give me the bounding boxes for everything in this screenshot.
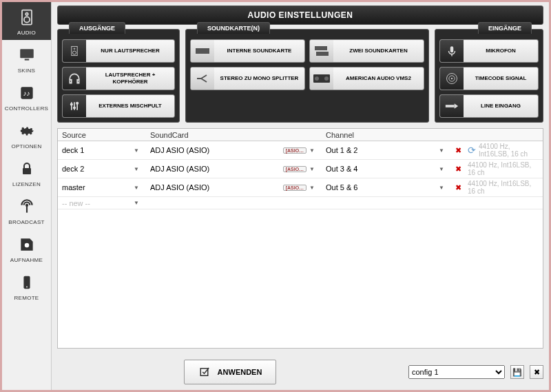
- sidebar-item-label: AUFNAHME: [10, 257, 43, 263]
- svg-point-7: [25, 205, 27, 206]
- speaker-icon: [63, 40, 86, 62]
- delete-icon: ✖: [534, 368, 540, 377]
- delete-config-button[interactable]: ✖: [530, 365, 543, 379]
- sidebar-item-controllers[interactable]: ♪♪ CONTROLLERS: [2, 78, 51, 116]
- sidebar-item-broadcast[interactable]: BROADCAST: [2, 192, 51, 229]
- new-row[interactable]: -- new --▼: [58, 197, 543, 209]
- svg-point-12: [74, 48, 75, 50]
- delete-row-button[interactable]: ✖: [451, 182, 464, 194]
- sidebar: AUDIO SKINS ♪♪ CONTROLLERS OPTIONEN LIZE…: [2, 2, 52, 390]
- svg-point-1: [25, 13, 28, 15]
- svg-point-20: [74, 107, 76, 109]
- source-select[interactable]: deck 1▼: [58, 145, 146, 156]
- soundcard-select[interactable]: ADJ ASIO (ASIO)[ASIO…▼: [146, 182, 322, 193]
- sidebar-item-label: LIZENZEN: [12, 181, 41, 187]
- row-info: 44100 Hz, Int16LSB, 16 ch: [464, 178, 543, 196]
- chevron-down-icon: ▼: [309, 166, 318, 172]
- asio-config-button[interactable]: [ASIO…: [283, 147, 306, 154]
- source-select[interactable]: master▼: [58, 182, 146, 193]
- col-source: Source: [58, 130, 146, 141]
- microphone-icon: [440, 40, 464, 62]
- btn-zwei-soundkarten[interactable]: ZWEI SOUNDKARTEN: [309, 39, 424, 63]
- footer: ANWENDEN config 1 💾 ✖: [52, 354, 549, 390]
- config-select[interactable]: config 1: [408, 365, 505, 379]
- chevron-down-icon: ▼: [309, 185, 318, 191]
- sliders-icon: ♪♪: [16, 82, 38, 104]
- internal-card-icon: [191, 40, 214, 62]
- sidebar-item-audio[interactable]: AUDIO: [2, 2, 51, 40]
- svg-rect-28: [450, 46, 454, 52]
- sidebar-item-lizenzen[interactable]: LIZENZEN: [2, 154, 51, 192]
- btn-nur-lautsprecher[interactable]: NUR LAUTSPRECHER: [62, 39, 175, 63]
- splitter-icon: [191, 68, 214, 90]
- sidebar-item-aufnahme[interactable]: AUFNAHME: [2, 229, 51, 267]
- sidebar-item-remote[interactable]: REMOTE: [2, 267, 51, 305]
- panel-tab-cards: SOUNDKARTE(N): [197, 22, 270, 34]
- sidebar-item-label: OPTIONEN: [11, 143, 41, 149]
- chevron-down-icon: ▼: [439, 185, 447, 191]
- panel-inputs: EINGÄNGE MIKROFON TIMECODE SIGNAL LINE E…: [435, 29, 543, 123]
- refresh-icon[interactable]: ⟳: [468, 145, 476, 156]
- col-soundcard: SoundCard: [146, 130, 322, 141]
- btn-externes-mischpult[interactable]: EXTERNES MISCHPULT: [62, 94, 175, 118]
- panel-soundcards: SOUNDKARTE(N) INTERNE SOUNDKARTE ZWEI SO…: [185, 29, 429, 123]
- check-icon: [198, 366, 212, 378]
- source-select[interactable]: deck 2▼: [58, 163, 146, 174]
- channel-select[interactable]: Out 5 & 6▼: [322, 182, 451, 193]
- svg-rect-34: [200, 369, 208, 376]
- speaker-icon: [16, 6, 38, 28]
- save-icon: 💾: [512, 368, 522, 377]
- svg-marker-33: [455, 103, 459, 108]
- sidebar-item-label: BROADCAST: [8, 219, 45, 225]
- svg-point-10: [26, 287, 28, 288]
- chevron-down-icon: ▼: [439, 166, 447, 172]
- main: AUDIO EINSTELLUNGEN AUSGÄNGE NUR LAUTSPR…: [52, 2, 549, 390]
- svg-rect-24: [316, 52, 329, 56]
- channel-select[interactable]: Out 1 & 2▼: [322, 145, 451, 156]
- save-config-button[interactable]: 💾: [510, 365, 524, 379]
- channel-select[interactable]: Out 3 & 4▼: [322, 163, 451, 174]
- table-row: deck 1▼ADJ ASIO (ASIO)[ASIO…▼Out 1 & 2▼✖…: [58, 141, 543, 160]
- row-info: ⟳44100 Hz, Int16LSB, 16 ch: [464, 141, 543, 159]
- btn-lautsprecher-kopfhoerer[interactable]: LAUTSPRECHER + KOPFHÖRER: [62, 67, 175, 90]
- btn-timecode-signal[interactable]: TIMECODE SIGNAL: [439, 67, 539, 90]
- svg-point-26: [315, 76, 319, 81]
- chevron-down-icon: ▼: [439, 147, 447, 154]
- table-row: master▼ADJ ASIO (ASIO)[ASIO…▼Out 5 & 6▼✖…: [58, 178, 543, 197]
- sidebar-item-skins[interactable]: SKINS: [2, 40, 51, 78]
- asio-config-button[interactable]: [ASIO…: [283, 166, 306, 172]
- panel-tab-outputs: AUSGÄNGE: [69, 22, 125, 34]
- btn-line-eingang[interactable]: LINE EINGANG: [439, 94, 539, 118]
- asio-config-button[interactable]: [ASIO…: [283, 185, 306, 191]
- svg-point-2: [23, 17, 29, 22]
- delete-row-button[interactable]: ✖: [451, 163, 464, 175]
- delete-row-button[interactable]: ✖: [451, 145, 464, 156]
- svg-point-27: [324, 76, 329, 81]
- btn-american-audio-vms2[interactable]: AMERICAN AUDIO VMS2: [309, 67, 424, 90]
- broadcast-icon: [16, 196, 38, 218]
- sidebar-item-optionen[interactable]: OPTIONEN: [2, 116, 51, 154]
- sidebar-item-label: CONTROLLERS: [5, 105, 48, 112]
- svg-point-19: [71, 103, 73, 105]
- two-cards-icon: [310, 40, 333, 62]
- svg-rect-6: [23, 168, 31, 174]
- soundcard-select[interactable]: ADJ ASIO (ASIO)[ASIO…▼: [146, 145, 322, 156]
- vinyl-icon: [440, 68, 464, 90]
- apply-button[interactable]: ANWENDEN: [184, 360, 277, 384]
- chevron-down-icon: ▼: [134, 200, 142, 206]
- svg-point-8: [24, 243, 29, 248]
- apply-label: ANWENDEN: [218, 368, 262, 376]
- svg-rect-14: [70, 80, 72, 83]
- table-header-row: Source SoundCard Channel: [58, 129, 543, 141]
- btn-mikrofon[interactable]: MIKROFON: [439, 39, 539, 63]
- btn-interne-soundkarte[interactable]: INTERNE SOUNDKARTE: [190, 39, 305, 63]
- soundcard-select[interactable]: ADJ ASIO (ASIO)[ASIO…▼: [146, 163, 322, 174]
- svg-point-13: [73, 51, 76, 54]
- chevron-down-icon: ▼: [134, 166, 142, 172]
- btn-stereo-mono-splitter[interactable]: STEREO ZU MONO SPLITTER: [190, 67, 305, 90]
- record-icon: [16, 234, 38, 256]
- mixer-icon: [63, 95, 86, 117]
- chevron-down-icon: ▼: [309, 147, 318, 154]
- monitor-icon: [16, 44, 38, 66]
- sidebar-item-label: REMOTE: [14, 295, 39, 301]
